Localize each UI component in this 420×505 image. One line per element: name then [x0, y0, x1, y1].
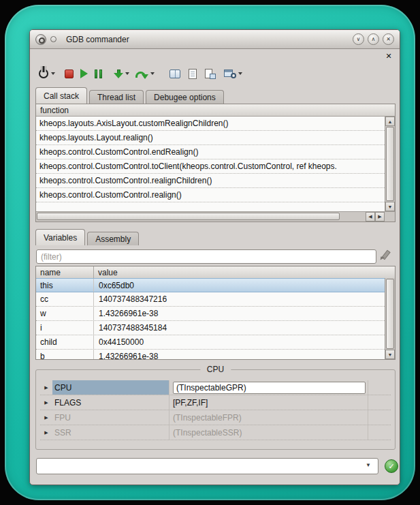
- cpu-row[interactable]: ▶ CPU (TInspectableGPR): [40, 380, 391, 395]
- expander-icon[interactable]: ▶: [40, 410, 52, 425]
- minimize-button[interactable]: ∨: [353, 33, 364, 45]
- scroll-down-icon[interactable]: ▼: [385, 202, 395, 211]
- call-stack-hscrollbar[interactable]: ◀ ▶: [36, 211, 385, 221]
- call-stack-row[interactable]: kheops.control.CustomControl.realign(): [36, 188, 385, 202]
- variable-row[interactable]: this 0xc65db0: [36, 278, 385, 292]
- row-filler: [368, 425, 391, 440]
- variable-name: b: [36, 350, 94, 359]
- call-stack-list: kheops.layouts.AxisLayout.customRealignC…: [36, 117, 385, 211]
- continue-button[interactable]: [80, 65, 88, 82]
- tab-debugee-options[interactable]: Debugee options: [146, 90, 224, 104]
- variable-name: cc: [36, 292, 94, 306]
- scroll-down-icon[interactable]: ▼: [385, 350, 395, 359]
- cpu-register-grid: ▶ CPU (TInspectableGPR) ▶ FLAGS [PF,ZF,I…: [40, 380, 391, 440]
- source-list-button[interactable]: [189, 65, 197, 82]
- stop-button[interactable]: [65, 65, 74, 82]
- run-dropdown-icon[interactable]: [51, 72, 55, 75]
- call-stack-row[interactable]: kheops.control.CustomControl.toClient(kh…: [36, 159, 385, 174]
- inspect-button[interactable]: [224, 65, 236, 82]
- call-stack-panel: function kheops.layouts.AxisLayout.custo…: [35, 104, 395, 222]
- vscroll-thumb[interactable]: [386, 279, 394, 349]
- cpu-groupbox: CPU ▶ CPU (TInspectableGPR) ▶ FLAGS [PF,…: [35, 369, 395, 450]
- expander-icon[interactable]: ▶: [40, 425, 52, 440]
- close-icon: ✕: [386, 36, 391, 42]
- value-column-header[interactable]: value: [94, 268, 395, 277]
- variables-header[interactable]: name value: [36, 266, 395, 279]
- row-filler: [368, 410, 391, 425]
- cpu-row[interactable]: ▶ FLAGS [PF,ZF,IF]: [40, 395, 391, 410]
- expander-icon[interactable]: ▶: [40, 380, 52, 395]
- tab-call-stack[interactable]: Call stack: [35, 87, 87, 104]
- variable-row[interactable]: child 0x44150000: [36, 335, 385, 350]
- filter-input[interactable]: [36, 249, 376, 264]
- register-group-value: (TInspectableGPR): [169, 380, 368, 395]
- pause-icon: [95, 70, 102, 78]
- vscroll-thumb[interactable]: [386, 127, 394, 201]
- inspect-dropdown-icon[interactable]: [238, 72, 242, 75]
- variables-vscrollbar[interactable]: ▼: [385, 278, 395, 359]
- register-group-value: (TInspectableSSR): [169, 425, 368, 440]
- confirm-button[interactable]: ✓: [385, 459, 398, 473]
- eval-window-button[interactable]: [205, 65, 216, 82]
- variable-row[interactable]: i 140737488345184: [36, 321, 385, 335]
- app-icon: [35, 34, 46, 45]
- tab-thread-list[interactable]: Thread list: [89, 90, 144, 104]
- dock-close-button[interactable]: ✕: [384, 51, 393, 61]
- step-into-dropdown-icon[interactable]: [125, 72, 129, 75]
- register-group-name[interactable]: FLAGS: [52, 395, 169, 410]
- variable-row[interactable]: w 1.43266961e-38: [36, 307, 385, 321]
- power-icon: [39, 69, 48, 78]
- variable-row[interactable]: cc 140737488347216: [36, 292, 385, 307]
- call-stack-row[interactable]: kheops.control.CustomControl.endRealign(…: [36, 145, 385, 159]
- command-combobox[interactable]: [36, 458, 378, 474]
- hscroll-thumb[interactable]: [37, 213, 340, 220]
- step-over-dropdown-icon[interactable]: [150, 72, 155, 75]
- scrollbar-corner: [385, 211, 395, 221]
- check-icon: ✓: [388, 462, 394, 471]
- variable-value: 140737488345184: [94, 321, 385, 335]
- function-column-header[interactable]: function: [36, 106, 69, 115]
- variable-value: 0xc65db0: [94, 279, 385, 292]
- call-stack-row[interactable]: kheops.layouts.AxisLayout.customRealignC…: [36, 117, 385, 131]
- pause-button[interactable]: [95, 65, 102, 82]
- step-into-button[interactable]: [114, 65, 123, 82]
- cpu-row[interactable]: ▶ SSR (TInspectableSSR): [40, 425, 391, 440]
- decorative-frame: GDB commander ∨ ∧ ✕ ✕: [5, 5, 415, 500]
- close-button[interactable]: ✕: [383, 33, 394, 45]
- cpu-row[interactable]: ▶ FPU (TInspectableFPR): [40, 410, 391, 425]
- book-icon: [169, 70, 180, 78]
- name-column-header[interactable]: name: [36, 266, 94, 278]
- tab-variables[interactable]: Variables: [35, 229, 85, 245]
- window-magnifier-icon: [224, 69, 236, 78]
- expander-icon[interactable]: ▶: [40, 395, 52, 410]
- doc-browser-button[interactable]: [169, 65, 180, 82]
- register-value-editor[interactable]: (TInspectableGPR): [173, 382, 366, 394]
- step-into-icon: [114, 70, 123, 78]
- variable-name: child: [36, 335, 94, 349]
- titlebar[interactable]: GDB commander ∨ ∧ ✕: [30, 30, 400, 49]
- filter-wand-icon[interactable]: [380, 250, 390, 260]
- run-power-button[interactable]: [39, 65, 48, 82]
- maximize-button[interactable]: ∧: [368, 33, 379, 45]
- scroll-up-icon[interactable]: ▲: [385, 117, 395, 126]
- step-over-button[interactable]: [135, 65, 146, 82]
- variable-value: 1.43266961e-38: [94, 350, 385, 359]
- register-group-value: (TInspectableFPR): [169, 410, 368, 425]
- gdb-commander-window: GDB commander ∨ ∧ ✕ ✕: [29, 29, 400, 485]
- variable-row[interactable]: b 1.43266961e-38: [36, 350, 385, 359]
- combo-dropdown-icon[interactable]: ▼: [366, 462, 371, 468]
- scroll-left-icon[interactable]: ◀: [366, 212, 375, 221]
- register-group-name[interactable]: CPU: [52, 380, 169, 395]
- variable-name: this: [36, 279, 94, 292]
- scroll-right-icon[interactable]: ▶: [375, 212, 385, 221]
- register-group-name[interactable]: SSR: [52, 425, 169, 440]
- register-group-name[interactable]: FPU: [52, 410, 169, 425]
- window-menu-icon[interactable]: [50, 36, 56, 42]
- call-stack-row[interactable]: kheops.layouts.Layout.realign(): [36, 131, 385, 145]
- call-stack-header[interactable]: function: [36, 104, 395, 117]
- call-stack-row[interactable]: kheops.control.CustomControl.realignChil…: [36, 174, 385, 188]
- tab-assembly[interactable]: Assembly: [87, 232, 139, 245]
- call-stack-vscrollbar[interactable]: ▲ ▼: [385, 117, 395, 211]
- maximize-icon: ∧: [372, 36, 376, 42]
- step-over-icon: [135, 72, 146, 78]
